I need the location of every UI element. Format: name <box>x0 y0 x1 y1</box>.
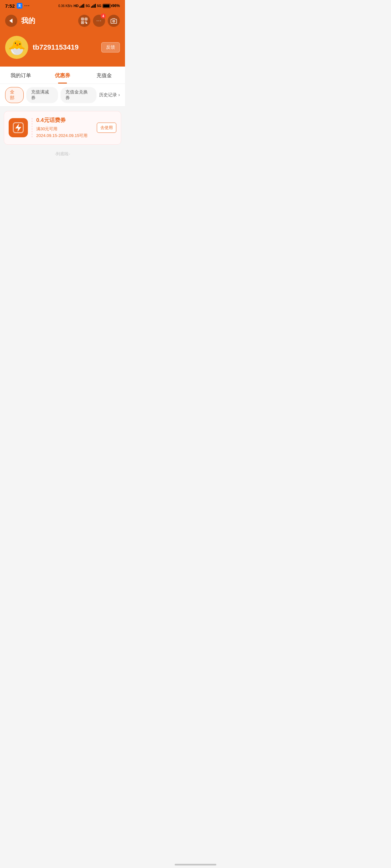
signal1-label: 5G <box>86 4 90 8</box>
svg-rect-15 <box>86 22 86 22</box>
status-time-area: 7:52 支 ··· <box>5 3 30 9</box>
qr-button[interactable] <box>78 15 90 27</box>
svg-rect-6 <box>93 4 94 8</box>
back-button[interactable] <box>5 15 17 27</box>
filter-topup-exchange[interactable]: 充值金兑换券 <box>61 87 97 103</box>
tab-navigation: 我的订单 优惠券 充值金 <box>0 67 125 84</box>
camera-button[interactable] <box>108 15 120 27</box>
feedback-button[interactable]: 反馈 <box>101 42 120 53</box>
svg-rect-13 <box>82 22 83 23</box>
header-actions: ··· 4 <box>78 15 120 27</box>
coupon-divider <box>32 118 32 137</box>
svg-rect-11 <box>86 19 86 20</box>
camera-icon <box>111 18 117 24</box>
battery-percent: 96% <box>112 3 120 8</box>
coupon-card: 0.4元话费券 满30元可用 2024.09.15-2024.09.15可用 去… <box>4 111 121 145</box>
coupon-icon-wrap <box>9 118 28 137</box>
status-time: 7:52 <box>5 3 15 9</box>
coupon-lightning-icon <box>13 122 24 133</box>
signal2-label: 5G <box>97 4 101 8</box>
network-speed: 0.36 KB/s <box>58 4 72 8</box>
signal2-icon <box>91 4 96 8</box>
svg-rect-9 <box>82 19 83 20</box>
coupon-title: 0.4元话费券 <box>36 117 93 124</box>
svg-rect-17 <box>86 22 87 24</box>
avatar: 🐣 <box>5 36 28 59</box>
back-arrow-icon <box>9 19 12 23</box>
svg-rect-5 <box>92 5 93 8</box>
avatar-emoji: 🐣 <box>8 40 26 54</box>
alipay-icon: 支 <box>17 3 22 9</box>
tab-coupons[interactable]: 优惠券 <box>42 67 83 84</box>
lightning-icon <box>15 124 22 132</box>
battery-fill <box>103 4 110 7</box>
svg-rect-14 <box>85 22 86 22</box>
filter-topup-discount[interactable]: 充值满减券 <box>26 87 58 103</box>
svg-rect-0 <box>80 6 80 8</box>
filter-all[interactable]: 全部 <box>5 87 24 103</box>
svg-point-19 <box>113 21 114 22</box>
more-dots: ··· <box>96 18 102 24</box>
battery-icon <box>103 4 111 8</box>
content-area: 0.4元话费券 满30元可用 2024.09.15-2024.09.15可用 去… <box>0 106 125 164</box>
header: 我的 ··· 4 <box>0 11 125 32</box>
filter-bar: 全部 充值满减券 充值金兑换券 历史记录 › <box>0 84 125 106</box>
status-bar: 7:52 支 ··· 0.36 KB/s HD 5G 5G <box>0 0 125 11</box>
signal1-icon <box>80 4 85 8</box>
coupon-info: 0.4元话费券 满30元可用 2024.09.15-2024.09.15可用 <box>36 117 93 139</box>
status-dots: ··· <box>24 3 30 8</box>
status-right-area: 0.36 KB/s HD 5G 5G 96% <box>58 3 120 8</box>
more-button[interactable]: ··· 4 <box>93 15 105 27</box>
tab-orders[interactable]: 我的订单 <box>0 67 42 84</box>
qr-icon <box>81 18 87 24</box>
svg-rect-16 <box>85 22 86 23</box>
coupon-use-button[interactable]: 去使用 <box>97 123 116 133</box>
username: tb7291153419 <box>33 43 97 52</box>
page-title: 我的 <box>21 16 74 26</box>
bottom-hint: -到底啦- <box>4 145 121 160</box>
tab-topup[interactable]: 充值金 <box>83 67 125 84</box>
svg-rect-7 <box>95 4 96 8</box>
svg-rect-1 <box>81 5 82 8</box>
hd-badge: HD <box>74 4 79 8</box>
notification-badge: 4 <box>101 13 106 19</box>
svg-rect-4 <box>91 6 92 8</box>
svg-rect-2 <box>82 4 83 8</box>
profile-section: 🐣 tb7291153419 反馈 <box>0 32 125 67</box>
signal-area: HD 5G 5G <box>74 4 101 8</box>
history-link[interactable]: 历史记录 › <box>99 92 120 98</box>
svg-rect-3 <box>83 4 84 8</box>
coupon-condition: 满30元可用 2024.09.15-2024.09.15可用 <box>36 126 93 139</box>
